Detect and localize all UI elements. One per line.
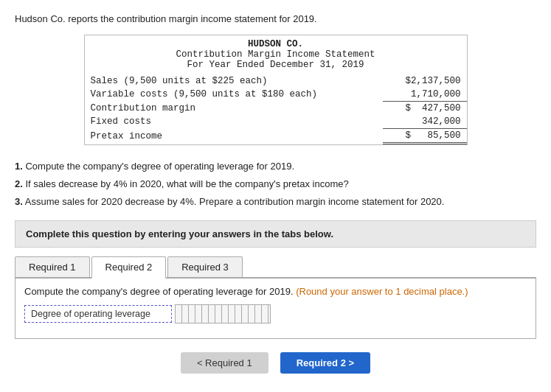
question-box: Complete this question by entering your …	[15, 220, 536, 248]
financial-table: HUDSON CO. Contribution Margin Income St…	[85, 35, 467, 144]
row-label: Variable costs (9,500 units at $180 each…	[85, 88, 383, 102]
question-3: 3. Assume sales for 2020 decrease by 4%.…	[15, 194, 536, 210]
statement-period: For Year Ended December 31, 2019	[85, 60, 467, 74]
instructions: 1. Compute the company's degree of opera…	[15, 158, 536, 210]
table-row: Sales (9,500 units at $225 each) $2,137,…	[85, 74, 467, 88]
prev-button-label: < Required 1	[197, 357, 252, 368]
row-label: Contribution margin	[85, 102, 383, 116]
row-value: $ 427,500	[383, 102, 467, 116]
tab-required-1[interactable]: Required 1	[15, 256, 90, 277]
statement-title: Contribution Margin Income Statement	[85, 49, 467, 60]
row-value: 342,000	[383, 115, 467, 129]
prev-button[interactable]: < Required 1	[181, 352, 268, 374]
row-label: Pretax income	[85, 129, 383, 144]
question-box-text: Complete this question by entering your …	[26, 228, 333, 239]
row-value: 1,710,000	[383, 88, 467, 102]
financial-table-wrapper: HUDSON CO. Contribution Margin Income St…	[84, 35, 468, 145]
question-2: 2. If sales decrease by 4% in 2020, what…	[15, 176, 536, 192]
input-label: Degree of operating leverage	[24, 305, 172, 323]
instruction-orange: (Round your answer to 1 decimal place.)	[296, 286, 468, 297]
tabs-container: Required 1 Required 2 Required 3	[15, 256, 536, 279]
tab-required-3[interactable]: Required 3	[167, 256, 243, 277]
tab-required-2[interactable]: Required 2	[91, 256, 167, 279]
row-label: Sales (9,500 units at $225 each)	[85, 74, 383, 88]
instruction-main: Compute the company's degree of operatin…	[24, 286, 294, 297]
intro-text: Hudson Co. reports the contribution marg…	[15, 13, 536, 24]
company-name: HUDSON CO.	[85, 35, 467, 49]
next-button-label: Required 2 >	[297, 357, 354, 368]
table-row: Pretax income $ 85,500	[85, 129, 467, 144]
question-1: 1. Compute the company's degree of opera…	[15, 158, 536, 175]
row-value: $ 85,500	[383, 129, 467, 144]
table-row: Contribution margin $ 427,500	[85, 102, 467, 116]
tab-required-2-label: Required 2	[105, 262, 153, 273]
bottom-nav: < Required 1 Required 2 >	[15, 352, 536, 374]
tab-required-3-label: Required 3	[181, 262, 229, 273]
next-button[interactable]: Required 2 >	[280, 352, 370, 374]
table-row: Variable costs (9,500 units at $180 each…	[85, 88, 467, 102]
row-value: $2,137,500	[383, 74, 467, 88]
tab-content-area: Compute the company's degree of operatin…	[15, 279, 536, 339]
row-label: Fixed costs	[85, 115, 383, 129]
tab-required-1-label: Required 1	[29, 262, 76, 273]
table-row: Fixed costs 342,000	[85, 115, 467, 129]
leverage-input-field[interactable]	[175, 304, 271, 323]
compute-instruction: Compute the company's degree of operatin…	[24, 286, 527, 297]
input-row: Degree of operating leverage	[24, 304, 527, 323]
